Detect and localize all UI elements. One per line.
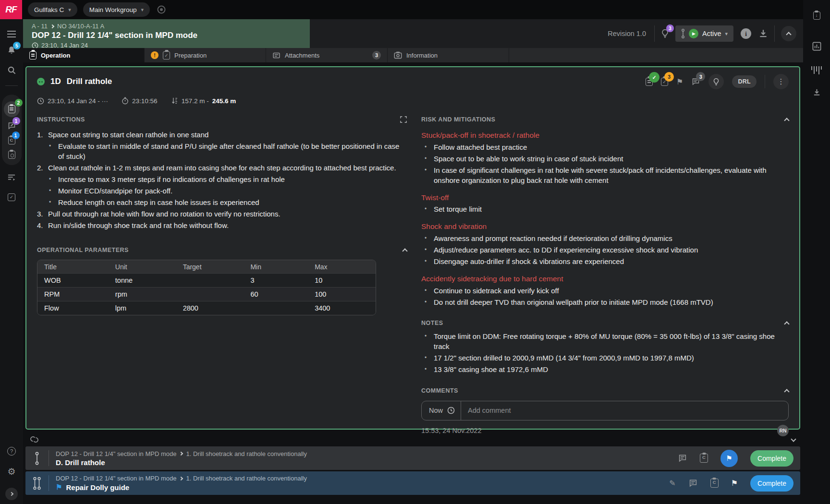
document-search-icon <box>8 151 15 159</box>
tab-preparation-label: Preparation <box>174 52 207 59</box>
clipboard-c-icon[interactable] <box>710 479 719 488</box>
sidebar-bottom: ? ⚙ <box>0 447 23 500</box>
sidebar-item-tasks[interactable]: ✓ <box>8 192 15 201</box>
tab-information[interactable]: Information <box>388 48 509 62</box>
complete-button[interactable]: Complete <box>750 475 793 492</box>
divider <box>49 475 49 491</box>
flag-icon[interactable]: ⚑ <box>731 479 738 488</box>
edit-icon[interactable]: ✎ <box>669 479 675 488</box>
collapse-queue-icon[interactable] <box>791 436 796 442</box>
sidebar-divider <box>5 85 18 86</box>
preparation-status-button[interactable]: 3 <box>661 78 668 86</box>
collapse-icon[interactable] <box>784 118 789 123</box>
notes-list: Torque limit on DDM: Free rotating torqu… <box>421 331 789 374</box>
list-item: Increase to max 3 meter steps if no indi… <box>37 174 407 184</box>
bar-chart-icon <box>812 42 821 51</box>
sidebar-item-activity-list[interactable] <box>7 174 16 183</box>
list-item: 17 1/2" section drilled to 2000,9 mMD (1… <box>421 353 789 363</box>
menu-button[interactable] <box>7 28 16 36</box>
activity-depth: 157.2 m - 245.6 m <box>171 97 236 105</box>
expand-icon[interactable] <box>400 116 407 123</box>
activity-depth-from: 157.2 m - <box>182 97 209 105</box>
comment-icon[interactable] <box>678 454 687 463</box>
linked-activities-icon[interactable] <box>30 436 38 443</box>
tab-information-label: Information <box>406 52 438 59</box>
collapse-header-button[interactable] <box>781 26 796 41</box>
approved-check-icon: ✓ <box>649 72 659 83</box>
download-button[interactable] <box>758 29 768 38</box>
clipboard-download-icon <box>813 12 820 20</box>
task-text: DOP 12 - Drill 12 1/4" section in MPD mo… <box>56 450 307 467</box>
chevron-down-icon: ▾ <box>68 7 71 13</box>
help-icon[interactable]: ? <box>7 447 16 456</box>
task-check-icon: ✓ <box>8 193 15 201</box>
review-badge: 1 <box>12 117 20 125</box>
collapse-icon[interactable] <box>784 321 789 326</box>
list-item: 13 3/8" casing shoe at 1972,6 mMD <box>421 364 789 374</box>
comment-icon[interactable] <box>688 479 698 488</box>
app-logo[interactable]: RF <box>0 0 22 19</box>
comment-input[interactable] <box>461 407 788 414</box>
task-row-repair-dolly[interactable]: DOP 12 - Drill 12 1/4" section in MPD mo… <box>25 471 800 495</box>
list-item: Follow attached best practice <box>421 142 789 152</box>
tab-operation[interactable]: Operation <box>23 48 145 62</box>
comment-now-label: Now <box>429 407 443 414</box>
activity-start: 23:10, 14 Jan 24 - ··· <box>37 97 108 105</box>
expand-sidebar-button[interactable] <box>5 488 18 500</box>
instructions-column: INSTRUCTIONS 1.Space out string to start… <box>37 116 407 436</box>
clock-icon <box>447 407 455 414</box>
more-options-button[interactable]: ⋮ <box>773 74 789 89</box>
instructions-title: INSTRUCTIONS <box>37 116 85 123</box>
list-item: Do not drill deeper TVD than origional w… <box>421 297 789 307</box>
search-button[interactable] <box>7 66 16 77</box>
status-dropdown[interactable]: ▶ Active ▾ <box>675 25 733 42</box>
gear-icon[interactable]: ⚙ <box>7 466 15 477</box>
task-text: DOP 12 - Drill 12 1/4" section in MPD mo… <box>56 475 307 492</box>
collapse-icon[interactable] <box>784 389 789 394</box>
approval-button[interactable]: ✓ <box>646 78 653 86</box>
rail-item-well-logs[interactable] <box>811 66 822 75</box>
breadcrumb-wellbore[interactable]: NO 34/10-A-11 A <box>57 23 104 30</box>
activity-start-label: 23:10, 14 Jan 24 - ··· <box>48 97 108 105</box>
comments-section: COMMENTS Now 15:53 <box>421 387 789 436</box>
breadcrumb-well[interactable]: A - 11 <box>32 23 48 30</box>
target-icon[interactable] <box>157 5 166 14</box>
complete-button[interactable]: Complete <box>750 450 793 467</box>
preparation-count-badge: 3 <box>664 72 674 82</box>
list-item: 4.Run in/slide through shoe track and ra… <box>37 220 407 230</box>
comment-time-selector[interactable]: Now <box>422 401 461 420</box>
tab-attachments[interactable]: Attachments 3 <box>266 48 388 62</box>
sidebar-item-checklists[interactable]: 1 <box>8 136 15 146</box>
divider <box>49 450 49 466</box>
top-bar: RF Gullfaks C ▾ Main Workgroup ▾ <box>0 0 830 19</box>
divider <box>654 25 655 42</box>
list-item: 1.Space out string to start clean rathol… <box>37 130 407 140</box>
rail-item-clipboard-import[interactable] <box>813 12 820 22</box>
suggestions-button[interactable]: 3 <box>661 29 669 38</box>
clipboard-c-icon[interactable] <box>700 454 708 463</box>
sidebar-item-operations[interactable]: 2 <box>4 101 20 117</box>
col-unit: Unit <box>109 260 176 273</box>
queue-toolbar <box>25 433 800 445</box>
activity-name: Drill rathole <box>67 77 112 86</box>
task-row-drill-rathole[interactable]: DOP 12 - Drill 12 1/4" section in MPD mo… <box>25 446 800 470</box>
collapse-icon[interactable] <box>402 248 407 253</box>
rail-item-analytics[interactable] <box>812 42 821 53</box>
download-icon <box>813 88 821 96</box>
drillstring-icon <box>681 28 685 39</box>
flag-button-active[interactable]: ⚑ <box>720 450 738 467</box>
flag-button[interactable]: ⚑ <box>676 77 683 86</box>
sidebar-item-document-search[interactable] <box>8 151 15 161</box>
workgroup-selector[interactable]: Main Workgroup ▾ <box>83 2 150 17</box>
rail-item-download[interactable] <box>813 88 821 98</box>
info-button[interactable]: i <box>740 27 752 40</box>
idea-button[interactable] <box>708 74 724 89</box>
risk-heading: Accidently sidetracking due to hard ceme… <box>421 274 789 284</box>
activity-depth-to: 245.6 m <box>212 97 236 105</box>
list-item: Torque limit on DDM: Free rotating torqu… <box>421 331 789 351</box>
comments-button[interactable]: 3 <box>691 77 700 86</box>
notifications-button[interactable]: 5 <box>7 45 16 57</box>
asset-selector[interactable]: Gullfaks C ▾ <box>28 2 77 17</box>
tab-preparation[interactable]: ! Preparation <box>145 48 266 62</box>
sidebar-item-review[interactable]: 1 <box>7 121 16 132</box>
